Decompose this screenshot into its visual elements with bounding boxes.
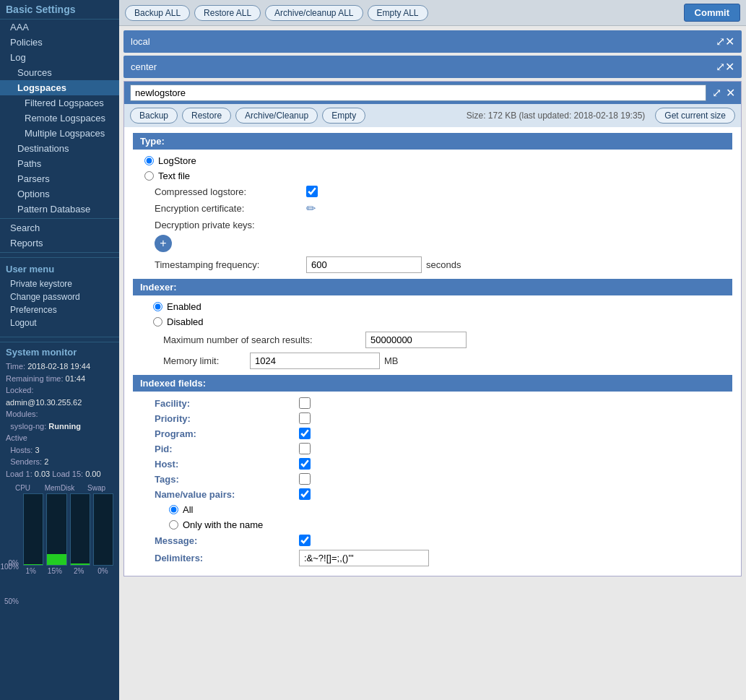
all-radio[interactable] bbox=[169, 505, 178, 514]
logspace-center-label: center bbox=[131, 61, 716, 72]
restore-button[interactable]: Restore bbox=[182, 108, 231, 124]
logstore-expand-icon[interactable]: ⤢ bbox=[712, 86, 721, 100]
timestamping-input[interactable] bbox=[306, 256, 422, 273]
delimiters-input[interactable] bbox=[299, 550, 429, 566]
delimiters-row: Delimiters: bbox=[155, 550, 732, 566]
sidebar-divider-2 bbox=[0, 252, 119, 253]
facility-checkbox[interactable] bbox=[299, 397, 311, 409]
get-current-size-button[interactable]: Get current size bbox=[655, 108, 735, 124]
indexer-disabled-label[interactable]: Disabled bbox=[167, 316, 204, 327]
perf-pct-row: 1% 15% 2% 0% bbox=[20, 567, 113, 575]
sidebar-divider-3 bbox=[0, 337, 119, 337]
locked-row: Locked: admin@10.30.255.62 bbox=[6, 384, 113, 408]
perf-labels: CPU MemDisk Swap bbox=[6, 484, 113, 492]
logspace-local-label: local bbox=[131, 36, 716, 47]
priority-checkbox[interactable] bbox=[299, 412, 311, 424]
sidebar-item-parsers[interactable]: Parsers bbox=[0, 171, 119, 186]
backup-all-button[interactable]: Backup ALL bbox=[125, 5, 190, 21]
backup-button[interactable]: Backup bbox=[130, 108, 178, 124]
memory-limit-row: Memory limit: MB bbox=[163, 353, 724, 369]
priority-label: Priority: bbox=[155, 413, 299, 424]
only-with-name-radio[interactable] bbox=[169, 520, 178, 530]
logstore-label[interactable]: LogStore bbox=[158, 155, 196, 166]
indexer-disabled-row: Disabled bbox=[153, 316, 724, 327]
indexer-body: Enabled Disabled Maximum number of searc… bbox=[133, 301, 732, 369]
logspace-center-close-icon[interactable]: ✕ bbox=[725, 60, 734, 74]
sidebar-item-destinations[interactable]: Destinations bbox=[0, 141, 119, 156]
host-label: Host: bbox=[155, 459, 299, 470]
logstore-close-icon[interactable]: ✕ bbox=[726, 86, 735, 100]
tags-checkbox[interactable] bbox=[299, 473, 311, 485]
logspace-row-center: center ⤢ ✕ bbox=[123, 56, 742, 78]
sidebar-item-logspaces[interactable]: Logspaces bbox=[0, 80, 119, 95]
sidebar-item-aaa[interactable]: AAA bbox=[0, 20, 119, 35]
swap-bar bbox=[93, 493, 113, 566]
name-value-pairs-checkbox[interactable] bbox=[299, 488, 311, 500]
sidebar-item-policies[interactable]: Policies bbox=[0, 35, 119, 50]
restore-all-button[interactable]: Restore ALL bbox=[194, 5, 261, 21]
tags-label: Tags: bbox=[155, 474, 299, 485]
name-value-pairs-row: Name/value pairs: bbox=[155, 488, 732, 500]
add-decryption-key-button[interactable]: + bbox=[155, 235, 172, 252]
user-menu-change-password[interactable]: Change password bbox=[6, 290, 113, 303]
user-menu-logout[interactable]: Logout bbox=[6, 316, 113, 329]
textfile-radio[interactable] bbox=[144, 171, 154, 181]
sidebar-item-multiple-logspaces[interactable]: Multiple Logspaces bbox=[0, 126, 119, 141]
indexer-enabled-label[interactable]: Enabled bbox=[167, 301, 201, 312]
indexer-disabled-radio[interactable] bbox=[153, 317, 162, 327]
logspace-center-expand-icon[interactable]: ⤢ bbox=[716, 60, 725, 74]
program-checkbox[interactable] bbox=[299, 428, 311, 439]
sidebar-basic-settings[interactable]: Basic Settings bbox=[0, 0, 119, 20]
sidebar-item-search[interactable]: Search bbox=[0, 220, 119, 236]
sidebar-item-sources[interactable]: Sources bbox=[0, 65, 119, 80]
max-search-input[interactable] bbox=[365, 332, 467, 348]
textfile-label[interactable]: Text file bbox=[158, 170, 190, 181]
user-menu-preferences[interactable]: Preferences bbox=[6, 303, 113, 316]
logstore-name-input[interactable] bbox=[130, 85, 706, 101]
memory-limit-input[interactable] bbox=[250, 353, 380, 369]
sidebar-item-remote-logspaces[interactable]: Remote Logspaces bbox=[0, 111, 119, 126]
logstore-action-bar: Backup Restore Archive/Cleanup Empty Siz… bbox=[124, 104, 741, 127]
only-with-name-row: Only with the name bbox=[169, 519, 732, 530]
archive-cleanup-all-button[interactable]: Archive/cleanup ALL bbox=[265, 5, 363, 21]
modules-row: Modules: bbox=[6, 408, 113, 420]
empty-button[interactable]: Empty bbox=[322, 108, 365, 124]
mb-label: MB bbox=[384, 355, 399, 366]
sidebar-item-options[interactable]: Options bbox=[0, 186, 119, 202]
perf-bars-row: 100% 50% 0% bbox=[20, 493, 113, 566]
max-search-row: Maximum number of search results: bbox=[163, 332, 724, 348]
facility-label: Facility: bbox=[155, 398, 299, 409]
message-checkbox[interactable] bbox=[299, 535, 311, 546]
remaining-time-row: Remaining time: 01:44 bbox=[6, 373, 113, 385]
compressed-logstore-checkbox[interactable] bbox=[306, 186, 318, 197]
archive-cleanup-button[interactable]: Archive/Cleanup bbox=[235, 108, 318, 124]
logstore-section: ⤢ ✕ Backup Restore Archive/Cleanup Empty… bbox=[123, 81, 742, 576]
pid-checkbox[interactable] bbox=[299, 443, 311, 454]
logspace-local-close-icon[interactable]: ✕ bbox=[725, 35, 734, 48]
commit-button[interactable]: Commit bbox=[684, 4, 740, 22]
logstore-radio[interactable] bbox=[144, 156, 154, 165]
empty-all-button[interactable]: Empty ALL bbox=[368, 5, 428, 21]
tags-row: Tags: bbox=[155, 473, 732, 485]
indexed-fields-header: Indexed fields: bbox=[133, 375, 732, 392]
user-menu-private-keystore[interactable]: Private keystore bbox=[6, 277, 113, 290]
user-menu: User menu Private keystore Change passwo… bbox=[0, 257, 119, 335]
program-row: Program: bbox=[155, 428, 732, 439]
sidebar-divider-1 bbox=[0, 218, 119, 219]
indexer-enabled-radio[interactable] bbox=[153, 302, 162, 311]
host-checkbox[interactable] bbox=[299, 458, 311, 470]
only-with-name-label[interactable]: Only with the name bbox=[183, 519, 263, 530]
sidebar-item-reports[interactable]: Reports bbox=[0, 236, 119, 251]
name-value-pairs-label: Name/value pairs: bbox=[155, 489, 299, 500]
sidebar: Basic Settings AAA Policies Log Sources … bbox=[0, 0, 119, 700]
all-label[interactable]: All bbox=[183, 504, 193, 515]
sidebar-item-pattern-database[interactable]: Pattern Database bbox=[0, 202, 119, 217]
sidebar-item-paths[interactable]: Paths bbox=[0, 156, 119, 171]
pid-label: Pid: bbox=[155, 444, 299, 454]
decryption-keys-label: Decryption private keys: bbox=[155, 220, 306, 230]
syslog-row: syslog-ng: Running bbox=[6, 420, 113, 433]
logspace-local-expand-icon[interactable]: ⤢ bbox=[716, 35, 725, 48]
sidebar-item-log[interactable]: Log bbox=[0, 50, 119, 65]
sidebar-item-filtered-logspaces[interactable]: Filtered Logspaces bbox=[0, 95, 119, 111]
encryption-cert-edit-icon[interactable]: ✏ bbox=[306, 202, 316, 215]
